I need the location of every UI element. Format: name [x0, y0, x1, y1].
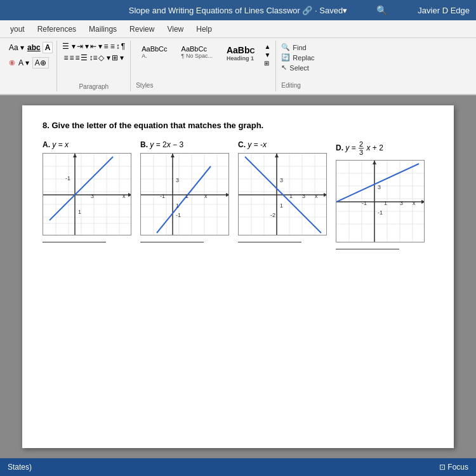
find-button[interactable]: 🔍 Find: [281, 43, 322, 51]
option-b: B. y = 2x − 3: [140, 140, 238, 249]
svg-text:3: 3: [91, 193, 94, 199]
graph-b-svg: 3 1 -1 1 x -1: [141, 154, 229, 235]
svg-text:-1: -1: [378, 209, 383, 216]
styles-label: Styles: [136, 82, 270, 89]
select-button[interactable]: ↖ Select: [281, 63, 322, 72]
question-text: 8. Give the letter of the equation that …: [43, 121, 433, 130]
paragraph-label: Paragraph: [79, 81, 109, 90]
graph-c: 3 1 1 3 x -2: [238, 153, 327, 235]
svg-text:x: x: [413, 200, 416, 206]
style-heading1[interactable]: AaBbC Heading 1: [221, 43, 261, 67]
fraction-d: 2 3: [359, 140, 364, 156]
shading-icon[interactable]: ◇ ▾: [98, 53, 110, 62]
replace-button[interactable]: 🔄 Replac: [281, 53, 322, 62]
font-A: A: [43, 42, 53, 53]
option-c-label: C. y = -x: [238, 140, 267, 149]
search-icon[interactable]: 🔍: [376, 5, 387, 15]
editing-label: Editing: [281, 82, 322, 89]
align-full[interactable]: ☰: [81, 53, 88, 62]
font-color: A ▾: [18, 58, 29, 67]
menu-layout[interactable]: yout: [5, 23, 30, 35]
border-icon[interactable]: ⊞ ▾: [112, 53, 124, 62]
svg-text:1: 1: [176, 202, 179, 209]
styles-group: AaBbCc A. AaBbCc ¶ No Spac... AaBbC Head…: [131, 41, 276, 91]
option-a-label: A. y = x: [43, 140, 69, 149]
graph-b: 3 1 -1 1 x -1: [140, 153, 229, 235]
svg-text:3: 3: [378, 184, 381, 190]
svg-text:1: 1: [384, 200, 387, 206]
svg-text:1: 1: [185, 193, 188, 199]
align-right[interactable]: ≡: [75, 53, 79, 62]
menu-view[interactable]: View: [162, 23, 188, 35]
svg-text:3: 3: [400, 200, 403, 206]
pilcrow-icon[interactable]: ¶: [121, 42, 125, 51]
document-area: 8. Give the letter of the equation that …: [0, 95, 476, 458]
option-d: D. y = 2 3 x + 2: [336, 140, 433, 249]
svg-text:3: 3: [302, 193, 305, 199]
status-left: States): [8, 463, 32, 472]
select-icon: ↖: [281, 63, 287, 72]
menu-help[interactable]: Help: [191, 23, 217, 35]
line-spacing[interactable]: ↕≡: [89, 53, 97, 62]
menu-bar: yout References Mailings Review View Hel…: [0, 20, 476, 38]
svg-text:-1: -1: [362, 200, 367, 206]
font-group: Aa ▾ abc A ⑧ A ▾ A⊕: [5, 41, 57, 91]
svg-marker-14: [128, 193, 131, 197]
svg-text:-2: -2: [270, 212, 275, 218]
svg-text:3: 3: [280, 177, 283, 183]
menu-mailings[interactable]: Mailings: [84, 23, 122, 35]
graph-c-svg: 3 1 1 3 x -2: [239, 154, 327, 235]
graph-a: 1 3 x -1: [43, 153, 131, 235]
font-aa: Aa ▾: [9, 43, 24, 52]
answer-line-b: [140, 242, 204, 242]
option-a: A. y = x: [43, 140, 140, 249]
svg-text:-1: -1: [65, 175, 70, 182]
graph-a-svg: 1 3 x -1: [43, 154, 131, 235]
find-icon: 🔍: [281, 43, 290, 51]
status-bar: States) ⊡ Focus: [0, 458, 476, 476]
style-no-spacing[interactable]: AaBbCc ¶ No Spac...: [176, 43, 218, 67]
menu-references[interactable]: References: [32, 23, 81, 35]
align-center[interactable]: ≡: [69, 53, 74, 62]
svg-marker-56: [324, 193, 327, 197]
svg-marker-79: [373, 161, 376, 164]
answer-row: A. y = x: [43, 140, 433, 249]
svg-marker-35: [171, 154, 175, 157]
ribbon: Aa ▾ abc A ⑧ A ▾ A⊕ ☰ ▾ ⇥ ▾ ⇤ ▾ ≡ ≡ ↕ ¶ …: [0, 38, 476, 95]
align-left[interactable]: ≡: [63, 53, 68, 62]
answer-line-d: [336, 249, 399, 249]
title-bar: Slope and Writing Equations of Lines Cla…: [0, 0, 476, 20]
answer-line-a: [43, 242, 106, 242]
svg-marker-34: [226, 193, 229, 197]
styles-scroll-up[interactable]: ▲: [264, 43, 270, 50]
option-d-label: D. y = 2 3 x + 2: [336, 140, 383, 156]
option-b-label: B. y = 2x − 3: [140, 140, 183, 149]
list-icon[interactable]: ☰ ▾: [62, 42, 75, 51]
svg-marker-15: [73, 154, 77, 157]
svg-text:x: x: [204, 193, 208, 199]
document-page: 8. Give the letter of the equation that …: [22, 105, 454, 448]
option-c: C. y = -x: [238, 140, 336, 249]
svg-text:-1: -1: [176, 212, 181, 218]
outdent-icon[interactable]: ⇤ ▾: [90, 42, 102, 51]
graph-d-svg: 3 -1 1 3 x -1: [336, 161, 425, 242]
document-title: Slope and Writing Equations of Lines Cla…: [129, 6, 300, 15]
align-justify[interactable]: ≡ ≡: [103, 42, 114, 51]
indent-icon[interactable]: ⇥ ▾: [77, 42, 89, 51]
underline-icon: ⑧: [9, 59, 15, 67]
svg-text:1: 1: [280, 202, 283, 209]
style-normal[interactable]: AaBbCc A.: [136, 43, 173, 67]
svg-text:x: x: [315, 193, 318, 199]
font-abc: abc: [27, 43, 41, 52]
paragraph-group: ☰ ▾ ⇥ ▾ ⇤ ▾ ≡ ≡ ↕ ¶ ≡ ≡ ≡ ☰ ↕≡ ◇ ▾ ⊞ ▾ P…: [57, 41, 131, 91]
replace-icon: 🔄: [281, 53, 290, 62]
editing-group: 🔍 Find 🔄 Replac ↖ Select Editing: [276, 41, 327, 91]
svg-text:x: x: [122, 193, 126, 199]
menu-review[interactable]: Review: [124, 23, 159, 35]
svg-text:1: 1: [78, 209, 81, 215]
font-group-label: [9, 89, 53, 90]
sort-icon[interactable]: ↕: [116, 42, 120, 51]
styles-expand[interactable]: ⊞: [264, 60, 270, 67]
svg-text:-1: -1: [160, 193, 165, 199]
styles-scroll-down[interactable]: ▼: [264, 51, 270, 58]
